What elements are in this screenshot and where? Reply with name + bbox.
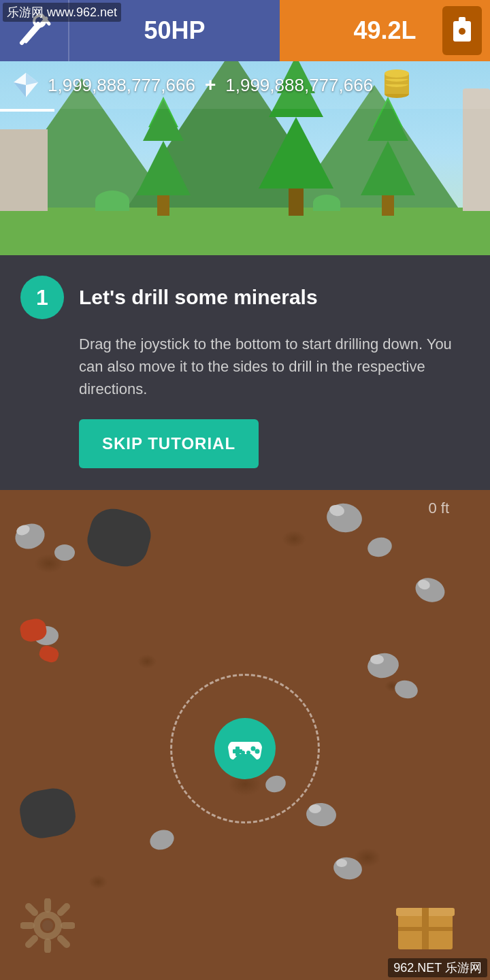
bush xyxy=(95,191,129,211)
watermark-top-text: 乐游网 www.962.net xyxy=(7,5,117,19)
svg-line-29 xyxy=(29,906,35,913)
svg-point-24 xyxy=(42,920,53,931)
svg-point-22 xyxy=(246,751,250,755)
tree-a xyxy=(136,117,191,216)
svg-line-31 xyxy=(61,906,67,913)
building-left xyxy=(0,129,48,211)
resource-plus: + xyxy=(205,74,216,96)
watermark-bottom-text: 962.NET 乐游网 xyxy=(393,961,482,975)
hp-value: 50HP xyxy=(144,16,205,45)
svg-point-6 xyxy=(459,28,466,35)
joystick-button[interactable] xyxy=(214,718,276,779)
resource-bar: 1,999,888,777,666 + 1,999,888,777,666 xyxy=(0,61,490,109)
tree-c xyxy=(361,117,415,216)
coin-stack-icon xyxy=(380,68,414,102)
svg-line-2 xyxy=(26,18,46,42)
skip-tutorial-label: SKIP TUTORIAL xyxy=(102,434,235,453)
fuel-icon xyxy=(442,6,482,55)
underground-view: 0 ft xyxy=(0,490,490,980)
diamond-amount: 1,999,888,777,666 xyxy=(48,75,195,96)
svg-rect-18 xyxy=(233,749,242,753)
svg-point-19 xyxy=(251,747,256,751)
svg-line-32 xyxy=(29,938,35,945)
tutorial-body: Drag the joystick to the bottom to start… xyxy=(20,333,470,400)
separator-line xyxy=(0,109,54,112)
rock-7h xyxy=(370,655,384,664)
tutorial-header: 1 Let's drill some minerals xyxy=(20,276,470,319)
ground xyxy=(0,208,490,255)
svg-rect-36 xyxy=(422,908,429,949)
tutorial-panel: 1 Let's drill some minerals Drag the joy… xyxy=(0,255,490,490)
gamepad-icon xyxy=(227,735,263,762)
svg-rect-5 xyxy=(459,17,466,22)
step-badge: 1 xyxy=(20,276,64,319)
tutorial-title: Let's drill some minerals xyxy=(79,286,318,309)
fuel-bar: 49.2L xyxy=(280,0,490,61)
svg-point-21 xyxy=(241,751,245,755)
rock-13h xyxy=(336,859,347,867)
diamond-icon xyxy=(11,70,41,100)
svg-point-20 xyxy=(255,749,260,754)
svg-point-16 xyxy=(385,69,409,78)
rock-2 xyxy=(54,544,75,561)
coin-amount: 1,999,888,777,666 xyxy=(225,75,373,96)
bush2 xyxy=(313,195,340,211)
fuel-value: 49.2L xyxy=(353,16,416,45)
skip-tutorial-button[interactable]: SKIP TUTORIAL xyxy=(79,419,259,468)
step-number: 1 xyxy=(36,285,48,310)
gear-decoration xyxy=(20,898,75,953)
depth-label: 0 ft xyxy=(428,500,449,517)
box-decoration xyxy=(395,898,456,953)
game-view: 50HP 49.2L 1,999,888,777,666 + 1,999,888… xyxy=(0,0,490,255)
svg-line-30 xyxy=(61,938,67,945)
joystick-zone[interactable] xyxy=(170,674,320,823)
oil-can-icon xyxy=(451,16,474,46)
watermark-bottom: 962.NET 乐游网 xyxy=(388,958,487,977)
watermark-top: 乐游网 www.962.net xyxy=(3,3,121,22)
